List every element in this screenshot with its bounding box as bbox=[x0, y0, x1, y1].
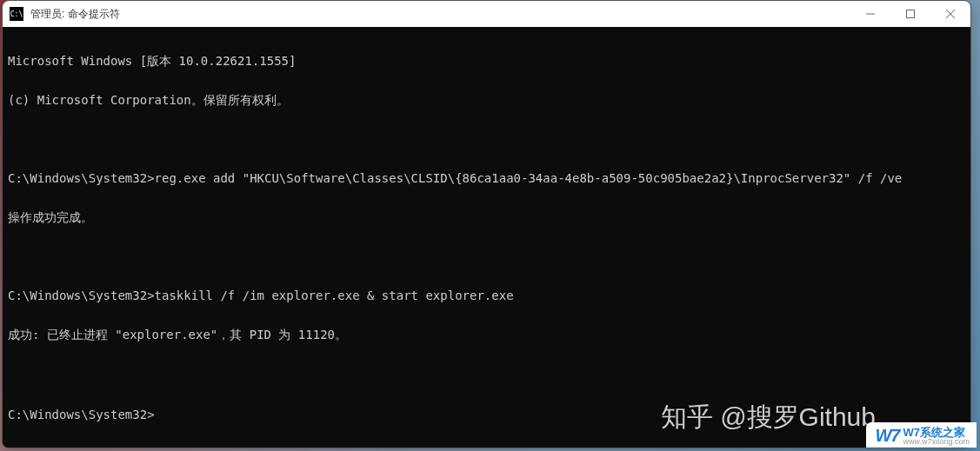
svg-rect-1 bbox=[907, 10, 915, 18]
terminal-line: C:\Windows\System32>reg.exe add "HKCU\So… bbox=[8, 172, 965, 185]
terminal-line: C:\Windows\System32>taskkill /f /im expl… bbox=[8, 289, 965, 302]
terminal-line: 操作成功完成。 bbox=[8, 211, 965, 224]
cmd-window: C:\ 管理员: 命令提示符 Microsoft Windows [版本 10.… bbox=[2, 0, 971, 448]
close-button[interactable] bbox=[930, 1, 970, 27]
close-icon bbox=[946, 10, 955, 18]
terminal-line bbox=[8, 368, 965, 381]
cursor bbox=[155, 407, 162, 419]
titlebar[interactable]: C:\ 管理员: 命令提示符 bbox=[3, 1, 970, 27]
window-title: 管理员: 命令提示符 bbox=[30, 7, 120, 22]
terminal-area[interactable]: Microsoft Windows [版本 10.0.22621.1555] (… bbox=[3, 27, 970, 448]
terminal-line: 成功: 已终止进程 "explorer.exe"，其 PID 为 11120。 bbox=[8, 328, 965, 342]
maximize-icon bbox=[906, 10, 915, 18]
terminal-line bbox=[8, 133, 965, 146]
cmd-icon: C:\ bbox=[10, 7, 23, 21]
window-controls bbox=[850, 1, 970, 27]
minimize-button[interactable] bbox=[850, 1, 890, 27]
terminal-line bbox=[8, 250, 965, 263]
minimize-icon bbox=[866, 10, 875, 18]
terminal-line: (c) Microsoft Corporation。保留所有权利。 bbox=[8, 94, 965, 107]
terminal-line: Microsoft Windows [版本 10.0.22621.1555] bbox=[8, 55, 965, 68]
maximize-button[interactable] bbox=[890, 1, 930, 27]
terminal-prompt: C:\Windows\System32> bbox=[8, 407, 965, 421]
